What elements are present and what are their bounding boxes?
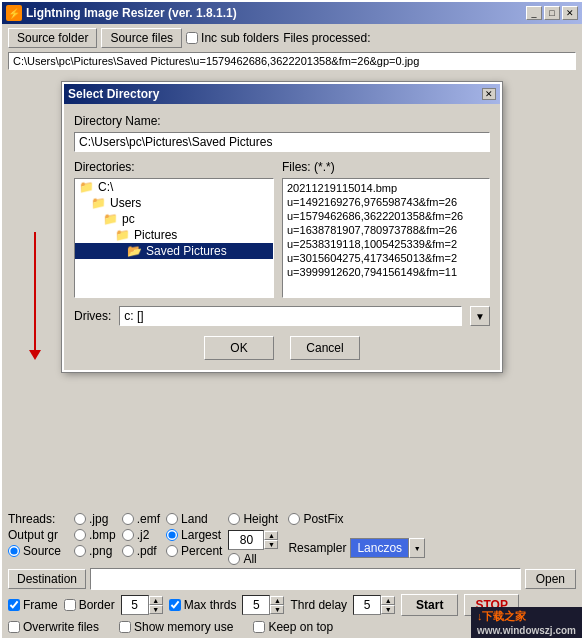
- largest-radio[interactable]: [166, 529, 178, 541]
- frame-spinbox: ▲ ▼: [121, 595, 163, 615]
- minimize-btn[interactable]: _: [526, 6, 542, 20]
- maximize-btn[interactable]: □: [544, 6, 560, 20]
- j2-radio-text: .j2: [137, 528, 150, 542]
- max-thrds-checkbox-label[interactable]: Max thrds: [169, 598, 237, 612]
- dir-name-input[interactable]: [74, 132, 490, 152]
- ok-btn[interactable]: OK: [204, 336, 274, 360]
- bmp-radio-label[interactable]: .bmp: [74, 528, 116, 542]
- threads-output-col: Threads: Output gr Source: [8, 512, 68, 558]
- inc-sub-folders-checkbox-label[interactable]: Inc sub folders: [186, 31, 279, 45]
- size-input[interactable]: [228, 530, 264, 550]
- max-thrds-up-btn[interactable]: ▲: [270, 596, 284, 605]
- emf-radio-text: .emf: [137, 512, 160, 526]
- file-item-6[interactable]: u=3015604275,4173465013&fm=2: [287, 251, 485, 265]
- j2-radio-label[interactable]: .j2: [122, 528, 160, 542]
- land-radio-label[interactable]: Land: [166, 512, 222, 526]
- pdf-radio-label[interactable]: .pdf: [122, 544, 160, 558]
- frame-down-btn[interactable]: ▼: [149, 605, 163, 614]
- resampler-label: Resampler: [288, 541, 346, 555]
- height-radio[interactable]: [228, 513, 240, 525]
- resampler-select[interactable]: Lanczos: [350, 538, 409, 558]
- overwrite-files-checkbox[interactable]: [8, 621, 20, 633]
- png-radio[interactable]: [74, 545, 86, 557]
- size-spinbox: ▲ ▼: [228, 530, 278, 550]
- show-memory-text: Show memory use: [134, 620, 233, 634]
- percent-radio-label[interactable]: Percent: [166, 544, 222, 558]
- pdf-radio[interactable]: [122, 545, 134, 557]
- png-radio-label[interactable]: .png: [74, 544, 116, 558]
- jpg-radio[interactable]: [74, 513, 86, 525]
- keep-on-top-checkbox[interactable]: [253, 621, 265, 633]
- border-label: Border: [79, 598, 115, 612]
- watermark: ↓下载之家 www.windowszj.com: [471, 607, 582, 638]
- bmp-radio[interactable]: [74, 529, 86, 541]
- source-files-btn[interactable]: Source files: [101, 28, 182, 48]
- resampler-dropdown-btn[interactable]: ▼: [409, 538, 425, 558]
- source-radio[interactable]: [8, 545, 20, 557]
- files-list[interactable]: 20211219115014.bmp u=1492169276,97659874…: [282, 178, 490, 298]
- border-checkbox[interactable]: [64, 599, 76, 611]
- cancel-btn[interactable]: Cancel: [290, 336, 360, 360]
- source-radio-label[interactable]: Source: [8, 544, 68, 558]
- all-radio-label[interactable]: All: [228, 552, 278, 566]
- dir-item-pictures[interactable]: 📁 Pictures: [75, 227, 273, 243]
- size-up-btn[interactable]: ▲: [264, 531, 278, 540]
- postfix-radio-label[interactable]: PostFix: [288, 512, 425, 526]
- dir-item-c[interactable]: 📁 C:\: [75, 179, 273, 195]
- inc-sub-folders-label: Inc sub folders: [201, 31, 279, 45]
- file-item-7[interactable]: u=3999912620,794156149&fm=11: [287, 265, 485, 279]
- file-item-5[interactable]: u=2538319118,1005425339&fm=2: [287, 237, 485, 251]
- max-thrds-input[interactable]: [242, 595, 270, 615]
- j2-radio[interactable]: [122, 529, 134, 541]
- largest-radio-label[interactable]: Largest: [166, 528, 222, 542]
- land-radio[interactable]: [166, 513, 178, 525]
- inc-sub-folders-checkbox[interactable]: [186, 32, 198, 44]
- app-title: Lightning Image Resizer (ver. 1.8.1.1): [26, 6, 237, 20]
- dir-item-pc[interactable]: 📁 pc: [75, 211, 273, 227]
- emf-radio[interactable]: [122, 513, 134, 525]
- show-memory-label[interactable]: Show memory use: [119, 620, 233, 634]
- destination-btn[interactable]: Destination: [8, 569, 86, 589]
- directories-list[interactable]: 📁 C:\ 📁 Users 📁 pc 📁: [74, 178, 274, 298]
- frame-checkbox[interactable]: [8, 599, 20, 611]
- size-down-btn[interactable]: ▼: [264, 540, 278, 549]
- files-processed-label: Files processed:: [283, 31, 370, 45]
- show-memory-checkbox[interactable]: [119, 621, 131, 633]
- drives-dropdown-btn[interactable]: ▼: [470, 306, 490, 326]
- thrd-delay-down-btn[interactable]: ▼: [381, 605, 395, 614]
- jpg-radio-label[interactable]: .jpg: [74, 512, 116, 526]
- file-item-2[interactable]: u=1492169276,976598743&fm=26: [287, 195, 485, 209]
- max-thrds-checkbox[interactable]: [169, 599, 181, 611]
- file-item-3[interactable]: u=1579462686,3622201358&fm=26: [287, 209, 485, 223]
- border-checkbox-label[interactable]: Border: [64, 598, 115, 612]
- dest-path-input[interactable]: [90, 568, 521, 590]
- source-folder-btn[interactable]: Source folder: [8, 28, 97, 48]
- emf-radio-label[interactable]: .emf: [122, 512, 160, 526]
- folder-icon-pc: 📁: [103, 212, 118, 226]
- dialog-close-btn[interactable]: ✕: [482, 88, 496, 100]
- dir-item-saved-pictures[interactable]: 📂 Saved Pictures: [75, 243, 273, 259]
- frame-checkbox-label[interactable]: Frame: [8, 598, 58, 612]
- frame-up-btn[interactable]: ▲: [149, 596, 163, 605]
- max-thrds-down-btn[interactable]: ▼: [270, 605, 284, 614]
- frame-spinbox-input[interactable]: [121, 595, 149, 615]
- all-radio[interactable]: [228, 553, 240, 565]
- close-btn[interactable]: ✕: [562, 6, 578, 20]
- file-item-4[interactable]: u=1638781907,780973788&fm=26: [287, 223, 485, 237]
- percent-radio[interactable]: [166, 545, 178, 557]
- folder-icon-pictures: 📁: [115, 228, 130, 242]
- drives-input[interactable]: [119, 306, 462, 326]
- thrd-delay-input[interactable]: [353, 595, 381, 615]
- overwrite-files-label[interactable]: Overwrite files: [8, 620, 99, 634]
- jpg-radio-text: .jpg: [89, 512, 108, 526]
- open-btn[interactable]: Open: [525, 569, 576, 589]
- keep-on-top-label[interactable]: Keep on top: [253, 620, 333, 634]
- file-item-1[interactable]: 20211219115014.bmp: [287, 181, 485, 195]
- postfix-radio[interactable]: [288, 513, 300, 525]
- start-btn[interactable]: Start: [401, 594, 458, 616]
- dir-item-users[interactable]: 📁 Users: [75, 195, 273, 211]
- thrd-delay-up-btn[interactable]: ▲: [381, 596, 395, 605]
- watermark-url: www.windowszj.com: [477, 625, 576, 636]
- height-radio-label[interactable]: Height: [228, 512, 278, 526]
- size-col-1: Land Largest Percent: [166, 512, 222, 558]
